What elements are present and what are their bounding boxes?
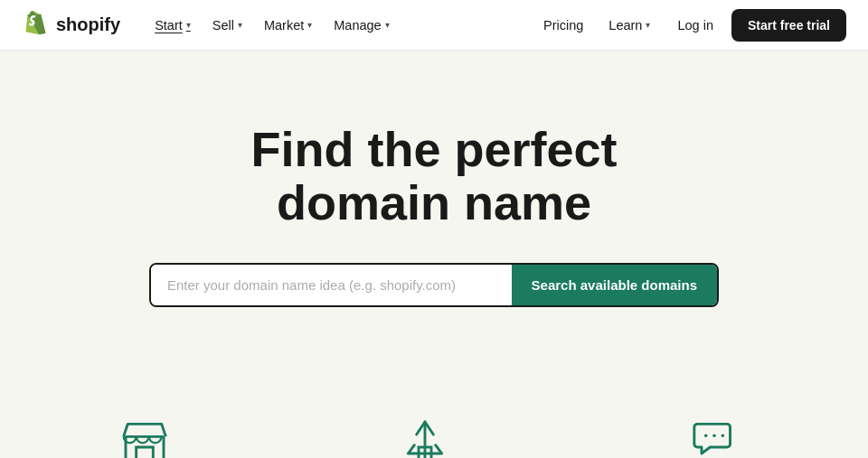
login-button[interactable]: Log in	[666, 13, 724, 38]
shopify-logo-icon	[22, 11, 51, 40]
nav-market[interactable]: Market ▾	[255, 13, 321, 38]
feature-mind: STAY TOP-OF-MIND Matching your website n…	[597, 416, 832, 458]
search-domains-button[interactable]: Search available domains	[512, 265, 717, 305]
domain-search-input[interactable]	[151, 265, 512, 305]
chevron-down-icon: ▾	[307, 20, 312, 30]
chevron-down-icon: ▾	[186, 20, 191, 30]
chevron-down-icon: ▾	[646, 20, 650, 30]
domain-search-bar: Search available domains	[149, 263, 719, 307]
chart-up-icon	[400, 416, 450, 458]
hero-section: Find the perfect domain name Search avai…	[0, 51, 868, 361]
chat-icon	[689, 416, 740, 458]
nav-learn[interactable]: Learn ▾	[599, 13, 659, 38]
nav-pricing[interactable]: Pricing	[534, 13, 592, 38]
feature-brand: ESTABLISH YOUR BRAND A custom domain nam…	[36, 416, 253, 458]
chevron-down-icon: ▾	[385, 20, 390, 30]
nav-manage[interactable]: Manage ▾	[325, 13, 398, 38]
svg-point-2	[704, 434, 708, 437]
nav-links-left: Start ▾ Sell ▾ Market ▾ Manage ▾	[146, 13, 534, 38]
features-section: ESTABLISH YOUR BRAND A custom domain nam…	[0, 361, 868, 458]
chevron-down-icon: ▾	[238, 20, 242, 30]
store-icon	[119, 416, 170, 458]
svg-point-3	[712, 434, 716, 437]
navbar: shopify Start ▾ Sell ▾ Market ▾ Manage ▾…	[0, 0, 868, 51]
nav-links-right: Pricing Learn ▾ Log in Start free trial	[534, 9, 846, 42]
hero-title: Find the perfect domain name	[163, 123, 705, 230]
nav-sell[interactable]: Sell ▾	[203, 13, 251, 38]
svg-point-4	[722, 434, 725, 437]
logo-text: shopify	[56, 14, 120, 35]
start-trial-button[interactable]: Start free trial	[731, 9, 846, 42]
nav-start[interactable]: Start ▾	[146, 13, 200, 38]
logo[interactable]: shopify	[22, 11, 120, 40]
feature-search: RANK HIGHER IN SEARCH A domain name with…	[307, 416, 542, 458]
